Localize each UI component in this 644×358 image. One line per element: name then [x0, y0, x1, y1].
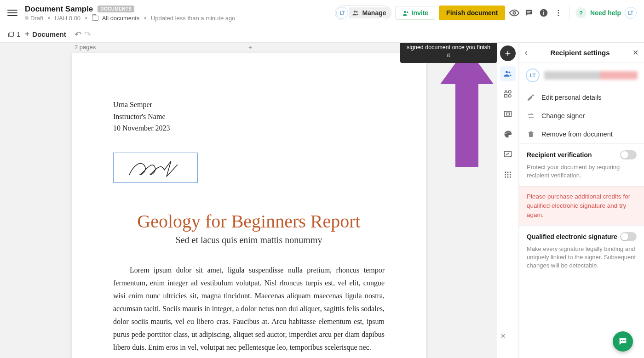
svg-point-27: [505, 174, 506, 176]
user-avatar[interactable]: LT: [625, 7, 637, 19]
add-page-button[interactable]: +: [248, 44, 252, 51]
copy-icon: [7, 31, 15, 38]
recipient-avatar: LT: [526, 68, 540, 82]
svg-rect-5: [527, 12, 530, 13]
svg-point-24: [505, 171, 506, 173]
design-tab[interactable]: [500, 126, 516, 142]
credits-warning: Please purchase additional credits for q…: [519, 186, 644, 225]
remove-action[interactable]: Remove from document: [519, 125, 644, 143]
layout-tab[interactable]: [500, 106, 516, 122]
doc-main-title: Geology for Beginners Report: [113, 210, 385, 232]
finish-tooltip: You will be able to download the signed …: [400, 43, 497, 63]
support-chat-button[interactable]: [613, 331, 633, 352]
svg-point-22: [508, 132, 509, 133]
qualified-section: Qualified electronic signature Make ever…: [519, 225, 644, 277]
svg-point-8: [543, 11, 544, 11]
add-document-button[interactable]: + Document: [25, 29, 66, 39]
redo-button[interactable]: ↷: [84, 29, 91, 40]
pencil-icon: [527, 93, 535, 102]
svg-point-20: [506, 133, 506, 134]
meta-row: Draft UAH 0.00 All documents Updated les…: [25, 15, 235, 22]
recipient-name-redacted: [544, 71, 638, 80]
document-title: Document Sample: [25, 5, 93, 14]
hamburger-menu[interactable]: [7, 8, 17, 18]
verification-section: Recipient verification Protect your docu…: [519, 143, 644, 186]
sub-header: 1 + Document ↶ ↷: [0, 26, 644, 43]
shapes-tab[interactable]: [500, 86, 516, 102]
preview-icon[interactable]: [509, 7, 520, 18]
doc-subtitle: Sed et lacus quis enim mattis nonummy: [113, 235, 385, 245]
status-text: Draft: [30, 15, 43, 22]
verification-desc: Protect your document by requiring recip…: [527, 163, 637, 180]
invite-button[interactable]: Invite: [395, 6, 436, 20]
edit-details-action[interactable]: Edit personal details: [519, 88, 644, 107]
qualified-toggle[interactable]: [620, 232, 637, 241]
svg-point-30: [505, 176, 506, 178]
verification-toggle[interactable]: [620, 150, 637, 159]
amount-text: UAH 0.00: [55, 15, 80, 22]
swap-icon: [527, 112, 535, 120]
verification-label: Recipient verification: [527, 151, 592, 159]
doc-body: Lorem ipsum dolor sit amet, ligula suspe…: [113, 264, 385, 354]
title-block: Document Sample DOCUMENTS Draft UAH 0.00…: [25, 5, 235, 22]
updated-text: Updated less than a minute ago: [151, 15, 236, 22]
finish-document-button[interactable]: Finish document: [439, 6, 505, 20]
svg-rect-7: [543, 12, 544, 15]
recipient-row[interactable]: LT: [519, 63, 644, 88]
svg-point-34: [623, 340, 624, 341]
annotation-arrow: [439, 47, 494, 167]
doc-author: Urna Semper: [113, 99, 385, 111]
svg-rect-12: [10, 32, 13, 36]
right-rail: [497, 43, 519, 358]
side-panel: ‹ Recipient settings ✕ LT Edit personal …: [519, 43, 644, 358]
help-icon: ?: [575, 7, 586, 18]
svg-point-21: [506, 131, 507, 132]
manage-button[interactable]: Manage: [349, 7, 391, 18]
breadcrumb[interactable]: All documents: [102, 15, 140, 22]
variables-tab[interactable]: [500, 147, 516, 162]
info-icon[interactable]: [538, 7, 549, 18]
svg-point-28: [507, 174, 509, 176]
signature-field[interactable]: [113, 153, 198, 183]
manage-pill: LT Manage: [335, 6, 391, 20]
svg-point-11: [558, 15, 559, 16]
svg-rect-4: [527, 11, 531, 12]
canvas-area: 2 pages + ••• You will be able to downlo…: [0, 43, 497, 358]
svg-point-2: [404, 11, 406, 12]
dismiss-button[interactable]: ✕: [500, 332, 506, 340]
people-icon: [352, 9, 359, 17]
add-element-button[interactable]: [500, 45, 516, 61]
trash-icon: [527, 130, 535, 138]
qualified-desc: Make every signature legally binding and…: [527, 245, 637, 270]
svg-point-25: [507, 171, 509, 173]
change-signer-action[interactable]: Change signer: [519, 107, 644, 125]
top-header: Document Sample DOCUMENTS Draft UAH 0.00…: [0, 0, 644, 26]
document-page[interactable]: Urna Semper Instructor's Name 10 Novembe…: [72, 53, 426, 358]
undo-button[interactable]: ↶: [75, 29, 81, 40]
close-panel-button[interactable]: ✕: [632, 48, 638, 57]
svg-point-31: [507, 176, 509, 178]
qualified-label: Qualified electronic signature: [527, 233, 617, 240]
need-help-button[interactable]: ? Need help: [575, 7, 621, 18]
panel-title: Recipient settings: [528, 49, 632, 57]
svg-point-14: [508, 71, 510, 73]
recipients-tab[interactable]: [500, 66, 516, 81]
svg-point-15: [508, 91, 511, 93]
documents-badge: DOCUMENTS: [98, 6, 134, 12]
avatar[interactable]: LT: [336, 7, 348, 19]
svg-rect-18: [505, 111, 512, 117]
doc-instructor: Instructor's Name: [113, 111, 385, 123]
document-count[interactable]: 1: [7, 31, 20, 38]
apps-tab[interactable]: [500, 167, 516, 182]
comment-icon[interactable]: [523, 7, 535, 18]
svg-point-9: [558, 10, 559, 11]
doc-date: 10 November 2023: [113, 122, 385, 134]
page-count-label: 2 pages: [75, 44, 96, 51]
svg-point-0: [354, 11, 356, 12]
add-person-icon: [402, 10, 409, 17]
svg-point-35: [624, 340, 625, 341]
folder-icon: [92, 16, 98, 21]
svg-point-29: [510, 174, 511, 176]
svg-point-32: [510, 176, 511, 178]
more-menu-icon[interactable]: [553, 7, 564, 18]
